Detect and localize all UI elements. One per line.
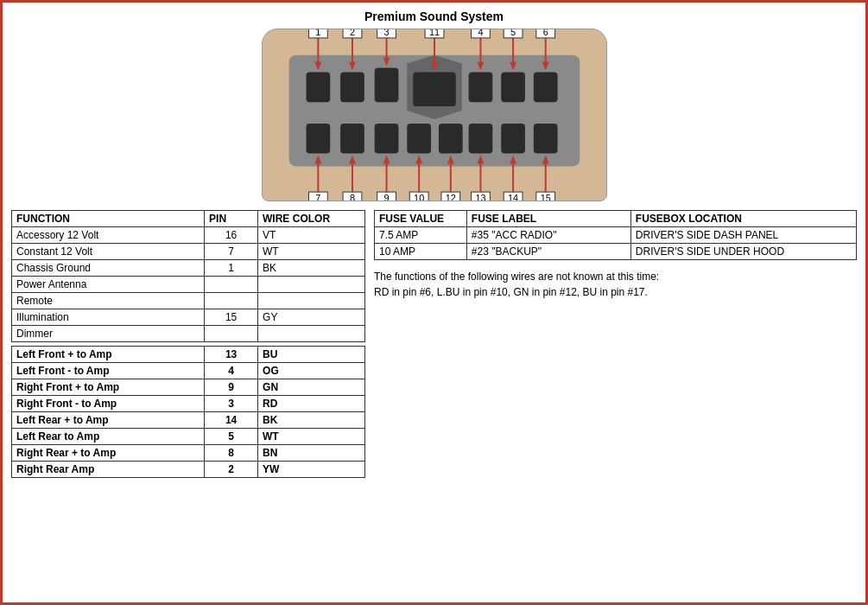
pin-cell: 9 (205, 379, 258, 396)
pin-header: PIN (205, 211, 258, 227)
color-cell (258, 277, 365, 293)
table-row: Right Rear + to Amp8BN (12, 445, 365, 462)
pin-cell: 14 (205, 412, 258, 429)
svg-text:11: 11 (428, 29, 439, 37)
color-cell: GN (258, 379, 365, 396)
svg-text:4: 4 (478, 29, 483, 37)
main-table-section: FUNCTION PIN WIRE COLOR Accessory 12 Vol… (11, 210, 365, 595)
pin-cell (205, 326, 258, 342)
color-cell: BU (258, 347, 365, 363)
svg-rect-10 (340, 124, 364, 154)
function-cell: Right Rear + to Amp (12, 445, 205, 462)
pin-cell: 1 (205, 260, 258, 277)
table-row: Right Front + to Amp9GN (12, 379, 365, 396)
fuse-label-header: FUSE LABEL (466, 211, 630, 227)
function-cell: Right Rear Amp (12, 462, 205, 478)
color-cell: OG (258, 363, 365, 379)
fusebox-location-cell: DRIVER'S SIDE UNDER HOOD (630, 244, 856, 260)
fuse-value-cell: 10 AMP (375, 244, 467, 260)
function-cell: Accessory 12 Volt (12, 227, 205, 244)
svg-rect-8 (533, 73, 557, 103)
svg-text:8: 8 (349, 193, 354, 201)
pin-cell: 16 (205, 227, 258, 244)
color-cell: BN (258, 445, 365, 462)
table-row: Illumination15GY (12, 309, 365, 326)
function-cell: Left Front + to Amp (12, 347, 205, 363)
function-cell: Chassis Ground (12, 260, 205, 277)
function-header: FUNCTION (12, 211, 205, 227)
fusebox-location-header: FUSEBOX LOCATION (630, 211, 856, 227)
pin-cell (205, 293, 258, 309)
svg-rect-4 (374, 68, 398, 103)
table-row: Left Rear + to Amp14BK (12, 412, 365, 429)
svg-rect-9 (306, 124, 330, 154)
color-cell (258, 293, 365, 309)
table-row: Constant 12 Volt7WT (12, 244, 365, 260)
fusebox-location-cell: DRIVER'S SIDE DASH PANEL (630, 227, 856, 244)
svg-rect-15 (501, 124, 525, 154)
svg-text:14: 14 (508, 193, 518, 201)
pin-cell: 2 (205, 462, 258, 478)
svg-text:15: 15 (540, 193, 550, 201)
pin-cell: 13 (205, 347, 258, 363)
pin-cell: 5 (205, 429, 258, 445)
svg-text:1: 1 (315, 29, 320, 37)
svg-rect-7 (501, 73, 525, 103)
svg-rect-16 (533, 124, 557, 154)
svg-rect-14 (468, 124, 492, 154)
table-row: Left Front + to Amp13BU (12, 347, 365, 363)
color-cell: BK (258, 260, 365, 277)
table-row: Left Rear to Amp5WT (12, 429, 365, 445)
color-cell: WT (258, 429, 365, 445)
svg-rect-12 (407, 124, 431, 154)
pin-cell: 4 (205, 363, 258, 379)
pin-cell (205, 277, 258, 293)
svg-text:6: 6 (542, 29, 548, 37)
table-row: Chassis Ground1BK (12, 260, 365, 277)
function-cell: Left Front - to Amp (12, 363, 205, 379)
svg-text:7: 7 (315, 193, 320, 201)
table-row: Left Front - to Amp4OG (12, 363, 365, 379)
pin-cell: 3 (205, 396, 258, 412)
pin-cell: 7 (205, 244, 258, 260)
fuse-value-header: FUSE VALUE (375, 211, 467, 227)
svg-rect-6 (468, 73, 492, 103)
fuse-table: FUSE VALUE FUSE LABEL FUSEBOX LOCATION 7… (374, 210, 857, 260)
fuse-row: 10 AMP#23 "BACKUP"DRIVER'S SIDE UNDER HO… (375, 244, 857, 260)
table-row: Power Antenna (12, 277, 365, 293)
color-cell: WT (258, 244, 365, 260)
svg-rect-13 (438, 124, 462, 154)
svg-text:10: 10 (414, 193, 424, 201)
color-cell: GY (258, 309, 365, 326)
function-cell: Illumination (12, 309, 205, 326)
color-cell: VT (258, 227, 365, 244)
function-cell: Dimmer (12, 326, 205, 342)
svg-rect-2 (306, 73, 330, 103)
svg-rect-5 (413, 73, 456, 107)
svg-text:3: 3 (383, 29, 389, 37)
function-cell: Left Rear + to Amp (12, 412, 205, 429)
color-cell: RD (258, 396, 365, 412)
function-cell: Power Antenna (12, 277, 205, 293)
function-cell: Remote (12, 293, 205, 309)
connector-diagram: 1 2 3 11 4 5 6 7 8 (262, 29, 607, 201)
page-container: Premium Sound System (0, 0, 868, 605)
table-row: Right Rear Amp2YW (12, 462, 365, 478)
function-cell: Right Front - to Amp (12, 396, 205, 412)
table-row: Remote (12, 293, 365, 309)
svg-text:2: 2 (349, 29, 354, 37)
color-cell (258, 326, 365, 342)
table-row: Dimmer (12, 326, 365, 342)
fuse-label-cell: #35 "ACC RADIO" (466, 227, 630, 244)
function-cell: Left Rear to Amp (12, 429, 205, 445)
fuse-row: 7.5 AMP#35 "ACC RADIO"DRIVER'S SIDE DASH… (375, 227, 857, 244)
svg-rect-11 (374, 124, 398, 154)
svg-text:12: 12 (445, 193, 455, 201)
function-cell: Right Front + to Amp (12, 379, 205, 396)
pin-cell: 15 (205, 309, 258, 326)
page-title: Premium Sound System (364, 10, 504, 23)
color-cell: BK (258, 412, 365, 429)
fuse-value-cell: 7.5 AMP (375, 227, 467, 244)
svg-rect-3 (340, 73, 364, 103)
right-section: FUSE VALUE FUSE LABEL FUSEBOX LOCATION 7… (374, 210, 857, 595)
